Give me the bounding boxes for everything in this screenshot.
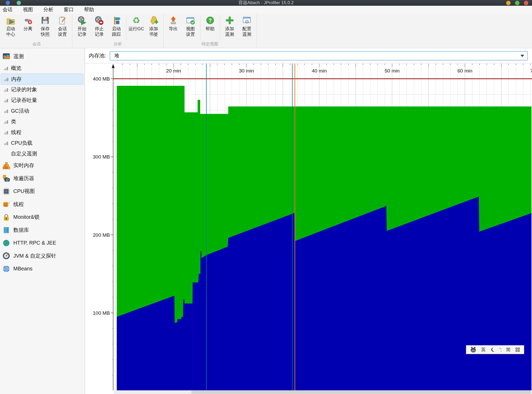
add-telemetry-button[interactable]: 添加 遥测	[221, 14, 238, 38]
ime-width[interactable]	[490, 347, 495, 352]
sidebar-item-label: GC活动	[11, 107, 29, 114]
track-start-icon	[112, 16, 121, 25]
databases-icon	[2, 226, 10, 234]
toolbar-separator	[200, 15, 200, 40]
time-tick-label: 70 min	[530, 68, 532, 74]
stop-recording-button[interactable]: 停止 记录	[91, 14, 108, 38]
view-settings-button[interactable]: 视图 设置	[182, 14, 199, 38]
time-tick-label: 50 min	[385, 68, 399, 74]
memory-pool-select[interactable]: 堆	[110, 51, 528, 60]
chart-bars-icon	[3, 108, 9, 114]
sidebar-item-label: 记录吞吐量	[11, 97, 37, 104]
chart-bars-icon	[3, 66, 9, 71]
configure-telemetry-label: 配置 遥测	[243, 26, 251, 37]
sidebar-item-label: 实时内存	[13, 162, 34, 169]
horizontal-scrollbar[interactable]	[114, 390, 532, 394]
sidebar-item-记录吞吐量[interactable]: 记录吞吐量	[1, 95, 84, 106]
memory-tick-label: 400 MB	[93, 76, 110, 82]
baidu-bear-icon: du	[470, 346, 477, 353]
start-tracking-label: 启动 跟踪	[112, 26, 121, 37]
sidebar-item-label: CPU视图	[13, 188, 35, 195]
memory-tick-label: 200 MB	[93, 232, 110, 238]
sidebar-item-数据库[interactable]: 数据库	[1, 224, 84, 237]
launch-center-icon	[6, 16, 15, 25]
help-label: 帮助	[206, 26, 215, 32]
sidebar-item-mbeans[interactable]: MBeans	[1, 262, 84, 275]
sidebar-item-cpu视图[interactable]: CPU视图	[1, 185, 84, 198]
add-bookmark-button[interactable]: 添加 书签	[145, 14, 162, 38]
close-button[interactable]	[524, 1, 528, 5]
sidebar-item-自定义遥测[interactable]: 自定义遥测	[1, 148, 84, 159]
minimize-button[interactable]	[506, 1, 511, 5]
launch-center-button[interactable]: 启动 中心	[2, 14, 19, 38]
sidebar-item-label: 概览	[11, 65, 21, 72]
sidebar-item-线程[interactable]: 线程	[1, 127, 84, 138]
menu-item-4[interactable]: 窗口	[64, 6, 74, 13]
sidebar-item-label: 类	[11, 118, 16, 125]
save-snapshot-button[interactable]: 保存 快照	[37, 14, 54, 38]
sidebar-item-monitor&锁[interactable]: Monitor&锁	[1, 211, 84, 223]
menu-item-2[interactable]: 视图	[23, 6, 33, 13]
title-bar: 容器Attach - JProfiler 15.0.2	[0, 0, 532, 6]
start-recording-button[interactable]: 开始 记录	[73, 14, 91, 38]
help-button[interactable]: ?帮助	[202, 14, 219, 32]
grid-icon	[515, 347, 520, 352]
sidebar-item-label: 线程	[13, 201, 24, 208]
stop-recording-label: 停止 记录	[95, 26, 104, 37]
sidebar-item-gc活动[interactable]: GC活动	[1, 106, 84, 116]
sidebar-item-label: HTTP, RPC & JEE	[13, 240, 56, 246]
sidebar-item-概览[interactable]: 概览	[1, 63, 84, 74]
sidebar-item-http-rpc-&-jee[interactable]: HTTP, RPC & JEE	[1, 237, 84, 249]
menu-item-1[interactable]: 会话	[3, 6, 13, 13]
configure-telemetry-button[interactable]: ⚙配置 遥测	[238, 14, 256, 38]
mbeans-icon	[2, 265, 10, 273]
memory-telemetry-chart[interactable]: 20 min30 min40 min50 min60 min70 min100 …	[85, 63, 532, 390]
chart-bars-icon	[4, 77, 9, 82]
session-settings-button[interactable]: 会话 设置	[54, 14, 71, 38]
ime-baidu[interactable]: du	[470, 346, 477, 353]
record-stop-icon	[94, 16, 104, 25]
ime-punct[interactable]: ’;	[499, 347, 502, 353]
heap-walker-icon	[2, 174, 10, 182]
time-tick-label: 60 min	[457, 68, 472, 74]
svg-text:♻: ♻	[132, 16, 140, 25]
sidebar-item-label: Monitor&锁	[13, 214, 39, 221]
toolbar-group-会话: 启动 中心分离保存 快照会话 设置会话	[1, 14, 72, 48]
start-tracking-button[interactable]: 启动 跟踪	[108, 14, 125, 38]
ime-lang[interactable]: 英	[481, 347, 486, 353]
view-sidebar: 遥测概览内存记录的对象记录吞吐量GC活动类线程CPU负载自定义遥测实时内存堆遍历…	[0, 48, 85, 394]
sidebar-item-实时内存[interactable]: 实时内存	[1, 159, 84, 172]
main-panel: 内存池: 堆 20 min30 min40 min50 min60 min70 …	[85, 48, 532, 394]
sidebar-item-jvm-&-自定义探针[interactable]: JVM & 自定义探针	[1, 250, 84, 262]
sidebar-item-类[interactable]: 类	[1, 116, 84, 127]
ime-tools[interactable]	[515, 347, 520, 352]
sidebar-item-堆遍历器[interactable]: 堆遍历器	[1, 172, 84, 185]
sidebar-item-内存[interactable]: 内存	[1, 74, 84, 85]
export-button[interactable]: 导出	[165, 14, 182, 32]
run-gc-button[interactable]: ♻运行GC	[127, 14, 145, 32]
menu-item-3[interactable]: 分析	[43, 6, 53, 13]
detach-button[interactable]: 分离	[19, 14, 37, 32]
toolbar-group-label: 特定视图	[165, 41, 256, 48]
sidebar-item-遥测: 遥测	[1, 50, 84, 62]
view-settings-icon	[186, 16, 195, 25]
sidebar-item-label: 线程	[11, 129, 21, 136]
view-settings-label: 视图 设置	[186, 26, 195, 37]
scrollbar-thumb[interactable]	[191, 391, 531, 394]
ime-status-panel: du英’;简	[466, 345, 524, 354]
chart-bars-icon	[3, 130, 9, 135]
sidebar-item-label: 数据库	[13, 227, 29, 234]
sidebar-item-记录的对象[interactable]: 记录的对象	[1, 84, 84, 95]
sidebar-item-cpu负载[interactable]: CPU负载	[1, 138, 84, 148]
bookmark-add-icon	[149, 16, 158, 25]
memory-tick-label: 300 MB	[93, 154, 110, 160]
session-settings-icon	[58, 16, 67, 25]
run-gc-icon: ♻	[132, 16, 141, 25]
toolbar-group-特定视图: 导出视图 设置?帮助添加 遥测⚙配置 遥测特定视图	[164, 14, 257, 48]
memory-pool-row: 内存池: 堆	[85, 48, 532, 63]
menu-item-5[interactable]: 帮助	[84, 6, 94, 13]
sidebar-item-label: CPU负载	[11, 140, 32, 147]
ime-simplified[interactable]: 简	[506, 347, 511, 353]
sidebar-item-线程[interactable]: 线程	[1, 198, 84, 211]
maximize-button[interactable]	[515, 1, 519, 5]
